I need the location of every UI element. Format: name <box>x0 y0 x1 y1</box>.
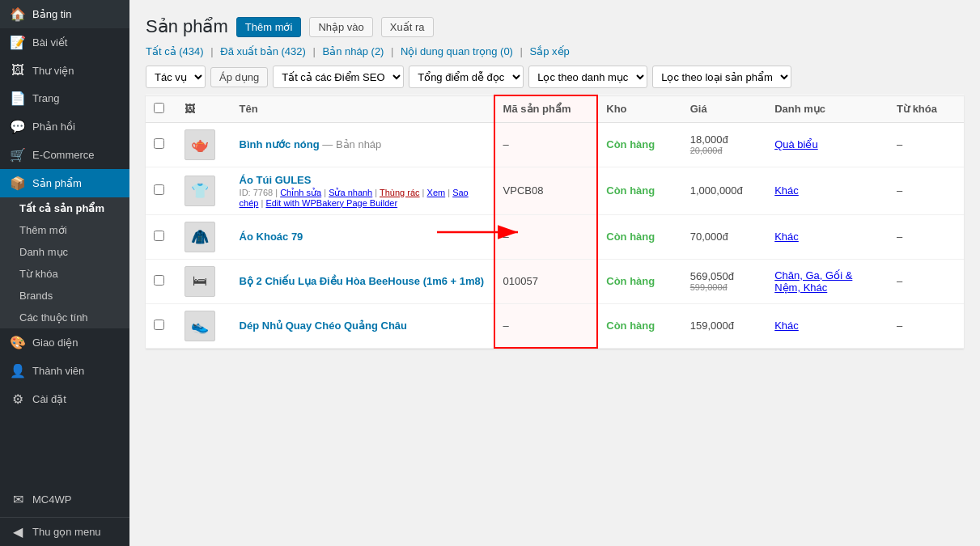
row-checkbox-4 <box>146 303 176 348</box>
view-link[interactable]: Xem <box>427 188 446 197</box>
row-img-2: 🧥 <box>176 214 231 259</box>
category-link[interactable]: Chăn, Ga, Gối & Nệm, Khác <box>774 269 852 294</box>
price-main: 70,000đ <box>690 231 758 243</box>
sidebar-item-ecommerce[interactable]: 🛒 E-Commerce <box>0 141 129 169</box>
category-link[interactable]: Khác <box>774 231 799 243</box>
stock-status: Còn hàng <box>606 184 655 197</box>
filter-sort[interactable]: Sắp xếp <box>530 45 570 57</box>
sidebar-item-label: E-Commerce <box>32 149 95 161</box>
price-main: 569,050đ <box>690 270 758 282</box>
price-original: 599,000đ <box>690 282 758 292</box>
page-header: Sản phẩm Thêm mới Nhập vào Xuất ra <box>146 16 964 37</box>
row-category-3: Chăn, Ga, Gối & Nệm, Khác <box>766 259 889 303</box>
col-category-header[interactable]: Danh mục <box>766 95 889 122</box>
sidebar-item-brands[interactable]: Brands <box>0 285 129 307</box>
sidebar-item-attributes[interactable]: Các thuộc tính <box>0 307 129 328</box>
stock-status: Còn hàng <box>606 320 655 332</box>
row-checkbox[interactable] <box>154 138 164 149</box>
export-button[interactable]: Xuất ra <box>381 17 434 37</box>
filter-important[interactable]: Nội dung quan trọng (0) <box>401 45 513 57</box>
sidebar-item-media[interactable]: 🖼 Thư viện <box>0 57 129 84</box>
sidebar-item-categories[interactable]: Danh mục <box>0 241 129 263</box>
add-new-button[interactable]: Thêm mới <box>236 17 302 37</box>
stock-status: Còn hàng <box>606 275 655 287</box>
sidebar-item-comments[interactable]: 💬 Phản hồi <box>0 112 129 141</box>
filter-published[interactable]: Đã xuất bản (432) <box>220 45 306 57</box>
col-price-header[interactable]: Giá <box>682 95 766 122</box>
row-checkbox[interactable] <box>154 231 164 241</box>
row-img-0: 🫖 <box>176 122 231 167</box>
product-name-link[interactable]: Áo Túi GULES <box>240 174 312 186</box>
sidebar-item-collapse[interactable]: ◀ Thu gọn menu <box>0 517 129 546</box>
import-button[interactable]: Nhập vào <box>309 17 372 37</box>
settings-icon: ⚙ <box>10 392 26 407</box>
col-img-header: 🖼 <box>176 95 231 122</box>
sidebar-item-mc4wp[interactable]: ✉ MC4WP <box>0 485 129 514</box>
quick-edit-link[interactable]: Sửa nhanh <box>329 188 372 197</box>
page-title: Sản phẩm <box>146 16 228 37</box>
sidebar-item-label: Thành viên <box>32 365 84 377</box>
all-products-label: Tất cả sản phẩm <box>19 202 104 214</box>
row-checkbox[interactable] <box>154 320 164 330</box>
product-name: Bình nước nóng — Bản nháp <box>240 138 486 150</box>
product-name-link[interactable]: Áo Khoác 79 <box>240 231 303 243</box>
sidebar-item-posts[interactable]: 📝 Bài viết <box>0 28 129 57</box>
col-stock-header[interactable]: Kho <box>597 95 681 122</box>
apply-button[interactable]: Áp dụng <box>210 67 268 87</box>
brands-label: Brands <box>19 290 53 302</box>
sidebar-item-members[interactable]: 👤 Thành viên <box>0 357 129 385</box>
sidebar-item-tags[interactable]: Từ khóa <box>0 263 129 285</box>
category-link[interactable]: Khác <box>774 320 799 332</box>
row-name-0: Bình nước nóng — Bản nháp <box>231 122 494 167</box>
row-price-4: 159,000đ <box>682 303 766 348</box>
product-name-link[interactable]: Dép Nhủ Quay Chéo Quảng Châu <box>240 320 407 332</box>
row-checkbox[interactable] <box>154 184 164 195</box>
trash-link[interactable]: Thùng rác <box>380 188 420 197</box>
sidebar-bottom: ✉ MC4WP ◀ Thu gọn menu <box>0 485 129 546</box>
price-main: 159,000đ <box>690 320 758 332</box>
row-stock-0: Còn hàng <box>597 122 681 167</box>
category-link[interactable]: Khác <box>774 184 799 197</box>
row-price-0: 18,000đ 20,000đ <box>682 122 766 167</box>
row-checkbox[interactable] <box>154 275 164 286</box>
sidebar-item-themes[interactable]: 🎨 Giao diện <box>0 328 129 357</box>
posts-icon: 📝 <box>10 35 26 50</box>
product-suffix: — Bản nháp <box>322 138 381 150</box>
sidebar-item-add-new[interactable]: Thêm mới <box>0 219 129 241</box>
price-original: 20,000đ <box>690 146 758 155</box>
pages-icon: 📄 <box>10 91 26 106</box>
sidebar-item-pages[interactable]: 📄 Trang <box>0 84 129 112</box>
table-row: 🫖 Bình nước nóng — Bản nháp – Còn hàng 1… <box>146 122 964 167</box>
type-select[interactable]: Lọc theo loại sản phẩm <box>652 66 791 88</box>
sidebar-item-products[interactable]: 📦 Sản phẩm <box>0 169 129 197</box>
sidebar-item-dashboard[interactable]: 🏠 Bảng tin <box>0 0 129 28</box>
row-sku-0: – <box>494 122 598 167</box>
sidebar-item-all-products[interactable]: Tất cả sản phẩm <box>0 197 129 219</box>
col-sku-header[interactable]: Mã sản phẩm <box>494 95 598 122</box>
sidebar-item-settings[interactable]: ⚙ Cài đặt <box>0 385 129 413</box>
category-select[interactable]: Lọc theo danh mục <box>528 66 647 88</box>
select-all-checkbox[interactable] <box>154 103 164 113</box>
products-icon: 📦 <box>10 176 26 191</box>
price-display: 159,000đ <box>690 320 758 332</box>
ecommerce-icon: 🛒 <box>10 147 26 163</box>
wpbakery-link[interactable]: Edit with WPBakery Page Builder <box>265 198 397 208</box>
col-tag-header[interactable]: Từ khóa <box>889 95 964 122</box>
filter-draft[interactable]: Bản nháp (2) <box>323 45 384 57</box>
row-img-3: 🛏 <box>176 259 231 303</box>
edit-link[interactable]: Chỉnh sửa <box>280 188 321 197</box>
price-display: 18,000đ 20,000đ <box>690 133 758 155</box>
row-sku-3: 010057 <box>494 259 598 303</box>
row-sku-1: VPCB08 <box>494 167 598 214</box>
row-name-4: Dép Nhủ Quay Chéo Quảng Châu <box>231 303 494 348</box>
action-select[interactable]: Tác vụ <box>146 66 206 88</box>
row-checkbox-3 <box>146 259 176 303</box>
filter-all[interactable]: Tất cả (434) <box>146 45 204 57</box>
product-name-link[interactable]: Bình nước nóng <box>240 138 320 150</box>
col-name-header[interactable]: Tên <box>231 95 494 122</box>
sidebar-item-label: Sản phẩm <box>32 177 82 189</box>
readability-select[interactable]: Tổng điểm dễ đọc <box>409 66 524 88</box>
seo-select[interactable]: Tất cả các Điểm SEO <box>273 66 404 88</box>
product-name-link[interactable]: Bộ 2 Chiếu Lụa Điều Hòa BeeHouse (1m6 + … <box>240 275 485 287</box>
category-link[interactable]: Quà biểu <box>774 138 818 150</box>
